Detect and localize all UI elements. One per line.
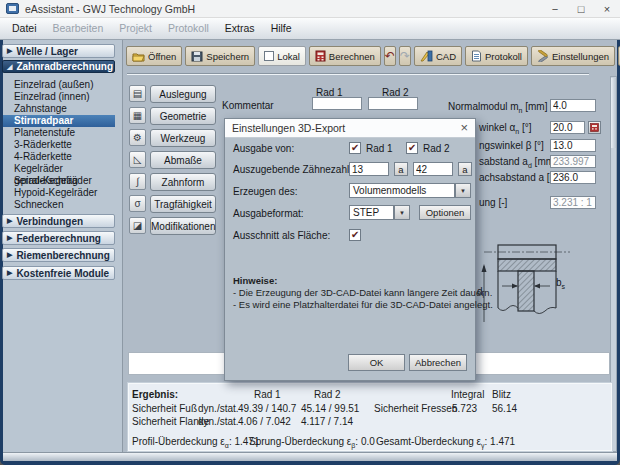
window-bottom-border xyxy=(0,461,620,465)
row1-rad1-value: 49.39 / 140.7 xyxy=(238,403,296,414)
tragfaehigkeit-icon: σ xyxy=(129,195,146,212)
calculator-mini-button[interactable] xyxy=(588,121,601,134)
folder-open-icon xyxy=(132,51,145,62)
erzeugen-dropdown-button[interactable]: ▼ xyxy=(455,183,471,198)
sidebar-section-federberechnung[interactable]: ▶ Federberechnung xyxy=(2,231,115,245)
cad-button[interactable]: CAD xyxy=(414,46,462,66)
achsabstand-input[interactable] xyxy=(550,171,596,184)
abmasse-ruler-icon: ◺ xyxy=(129,151,146,168)
zaehnezahl-label: Auszugebende Zähnezahl: xyxy=(233,164,352,175)
modifikationen-icon: ◪ xyxy=(129,217,146,234)
sidebar-item-schnecken[interactable]: Schnecken xyxy=(3,199,115,211)
zahnform-button[interactable]: Zahnform xyxy=(150,173,216,191)
row1-rad2-value: 45.14 / 99.51 xyxy=(301,403,359,414)
kommentar-rad2-input[interactable] xyxy=(368,97,418,110)
chevron-expanded-icon: ◢ xyxy=(7,63,12,71)
ok-button[interactable]: OK xyxy=(348,354,405,371)
schraegungswinkel-input[interactable] xyxy=(550,139,596,152)
document-icon xyxy=(471,50,482,62)
ausschnitt-checkbox[interactable] xyxy=(349,229,361,241)
profil-ueberdeckung: Profil-Überdeckung εα: 1.471 xyxy=(132,436,259,449)
auslegung-icon: ▤ xyxy=(129,85,146,102)
sidebar-item-4-raederkette[interactable]: 4-Räderkette xyxy=(3,151,115,163)
toolbar-separator xyxy=(127,73,589,75)
maximize-button[interactable]: □ xyxy=(568,0,594,18)
menu-extras[interactable]: Extras xyxy=(217,18,263,39)
protokoll-button[interactable]: Protokoll xyxy=(465,46,528,66)
sidebar-section-riemenberechnung[interactable]: ▶ Riemenberechnung xyxy=(2,248,115,262)
erzeugen-dropdown-value[interactable]: Volumenmodells xyxy=(349,183,455,198)
sidebar-section-kostenfreie-module[interactable]: ▶ Kostenfreie Module xyxy=(2,266,115,280)
zaehnezahl-rad1-input[interactable] xyxy=(349,162,389,176)
format-dropdown-value[interactable]: STEP xyxy=(349,205,394,220)
sicherheit-fuss-label: Sicherheit Fuß xyxy=(132,403,197,414)
chevron-down-icon: ▼ xyxy=(399,210,405,216)
sidebar-section-verbindungen[interactable]: ▶ Verbindungen xyxy=(2,214,115,228)
close-button[interactable]: × xyxy=(594,0,620,18)
bs-dimension-label: bs xyxy=(556,277,565,290)
kommentar-label: Kommentar xyxy=(222,100,274,111)
einstellungen-button[interactable]: Einstellungen xyxy=(531,46,615,66)
sidebar-section-zahnradberechnung[interactable]: ◢ Zahnradberechnung xyxy=(2,60,115,73)
tools-icon xyxy=(537,50,549,62)
sidebar-item-spiral-kegelraeder[interactable]: Spiral-Kegelräder xyxy=(3,175,115,187)
minimize-button[interactable]: − xyxy=(542,0,568,18)
results-title: Ergebnis: xyxy=(132,389,178,400)
ausgabeformat-label: Ausgabeformat: xyxy=(233,208,304,219)
sidebar-item-stirnradpaar[interactable]: Stirnradpaar xyxy=(3,115,115,127)
all-teeth-rad2-button[interactable]: a xyxy=(458,162,472,176)
undo-icon: ↶ xyxy=(385,49,395,63)
row2-rad2-value: 4.117 / 7.14 xyxy=(301,416,353,427)
results-blitz-header: Blitz xyxy=(492,389,511,400)
chevron-right-icon: ▶ xyxy=(7,234,12,242)
kommentar-rad1-input[interactable] xyxy=(312,97,362,110)
format-dropdown-button[interactable]: ▼ xyxy=(394,205,410,220)
sidebar-item-einzelrad-innen[interactable]: Einzelrad (innen) xyxy=(3,91,115,103)
werkzeug-button[interactable]: Werkzeug xyxy=(150,129,216,147)
eingriffswinkel-label: winkel αn [°] xyxy=(479,122,532,135)
undo-button[interactable]: ↶ xyxy=(384,46,396,66)
abmasse-button[interactable]: Abmaße xyxy=(150,151,216,169)
optionen-button[interactable]: Optionen xyxy=(419,205,471,220)
scrollbar-thumb[interactable] xyxy=(611,78,616,148)
modifikationen-button[interactable]: Modifikationen xyxy=(150,217,216,235)
auslegung-button[interactable]: Auslegung xyxy=(150,85,216,103)
sidebar-item-hypoid-kegelraeder[interactable]: Hypoid-Kegelräder xyxy=(3,187,115,199)
open-button[interactable]: Öffnen xyxy=(126,46,182,66)
normalmodul-input[interactable] xyxy=(550,99,596,112)
sidebar-item-3-raederkette[interactable]: 3-Räderkette xyxy=(3,139,115,151)
menu-datei[interactable]: Datei xyxy=(4,18,45,39)
menu-hilfe[interactable]: Hilfe xyxy=(263,18,300,39)
rad1-checkbox[interactable] xyxy=(349,142,361,154)
berechnen-button[interactable]: Berechnen xyxy=(309,46,381,66)
dialog-title: Einstellungen 3D-Export xyxy=(232,122,345,134)
rad1-checkbox-label: Rad 1 xyxy=(366,143,393,154)
menu-bearbeiten: Bearbeiten xyxy=(45,18,112,39)
eingriffswinkel-input[interactable] xyxy=(550,121,585,134)
chevron-down-icon: ▼ xyxy=(460,188,466,194)
sidebar-section-welle-lager[interactable]: ▶ Welle / Lager xyxy=(2,44,115,58)
chevron-right-icon: ▶ xyxy=(7,251,12,259)
zaehnezahl-rad2-input[interactable] xyxy=(413,162,453,176)
rad2-checkbox[interactable] xyxy=(406,142,418,154)
toolbar: Öffnen Speichern Lokal Berechnen ↶ ↷ CAD… xyxy=(126,45,614,67)
all-teeth-rad1-button[interactable]: a xyxy=(394,162,408,176)
chevron-right-icon: ▶ xyxy=(7,217,12,225)
fressen-integral-value: 5.723 xyxy=(452,403,477,414)
cancel-button[interactable]: Abbrechen xyxy=(409,354,467,371)
geometrie-icon: ▦ xyxy=(129,107,146,124)
uebersetzung-output xyxy=(550,196,596,209)
dialog-close-icon[interactable]: × xyxy=(460,119,468,137)
hinweis-line-2: - Es wird eine Platzhalterdatei für die … xyxy=(233,299,493,310)
sidebar-item-planetenstufe[interactable]: Planetenstufe xyxy=(3,127,115,139)
save-button[interactable]: Speichern xyxy=(185,46,255,66)
geometrie-button[interactable]: Geometrie xyxy=(150,107,216,125)
menu-bar: Datei Bearbeiten Projekt Protokoll Extra… xyxy=(0,18,620,40)
lokal-checkbox[interactable]: Lokal xyxy=(258,46,306,66)
sidebar-item-einzelrad-aussen[interactable]: Einzelrad (außen) xyxy=(3,79,115,91)
menu-protokoll: Protokoll xyxy=(160,18,217,39)
sprung-ueberdeckung: Sprung-Überdeckung εβ: 0.0 xyxy=(249,436,375,449)
tragfaehigkeit-button[interactable]: Tragfähigkeit xyxy=(150,195,216,213)
sidebar-item-zahnstange[interactable]: Zahnstange xyxy=(3,103,115,115)
sidebar-item-kegelraeder[interactable]: Kegelräder gerade/schräg xyxy=(3,163,115,175)
